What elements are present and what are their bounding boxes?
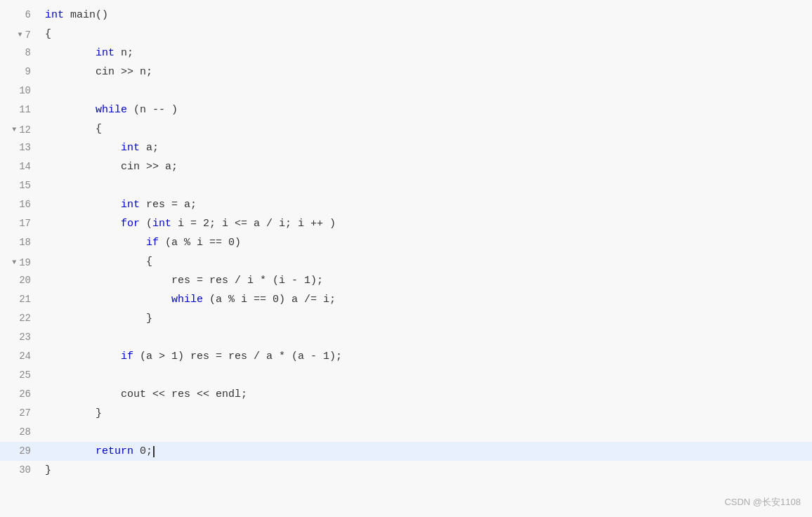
code-content: { bbox=[42, 119, 812, 138]
code-line: 8 int n; bbox=[0, 44, 812, 63]
line-number: 16 bbox=[0, 199, 42, 210]
code-content: if (a > 1) res = res / a * (a - 1); bbox=[42, 347, 812, 366]
plain-token bbox=[45, 218, 121, 230]
code-line: 11 while (n -- ) bbox=[0, 100, 812, 119]
plain-token: (a % i == 0) bbox=[159, 237, 241, 249]
code-content bbox=[42, 81, 812, 100]
keyword-token: int bbox=[96, 47, 114, 59]
code-line: 13 int a; bbox=[0, 138, 812, 157]
plain-token: { bbox=[45, 123, 102, 135]
keyword-token: int bbox=[45, 9, 64, 21]
line-number: 9 bbox=[0, 66, 42, 77]
plain-token: { bbox=[45, 28, 51, 40]
line-number: 30 bbox=[0, 464, 42, 476]
code-line: ▼12 { bbox=[0, 119, 812, 138]
keyword-token: int bbox=[121, 142, 140, 154]
plain-token: cout << res << endl; bbox=[45, 388, 247, 400]
fold-arrow-icon[interactable]: ▼ bbox=[18, 31, 22, 39]
line-number: 29 bbox=[0, 445, 42, 457]
line-number: ▼12 bbox=[0, 124, 42, 136]
code-content bbox=[42, 366, 812, 385]
plain-token bbox=[45, 294, 171, 306]
line-number: 18 bbox=[0, 237, 42, 248]
plain-token bbox=[45, 237, 146, 249]
code-line: 16 int res = a; bbox=[0, 195, 812, 214]
code-line: 26 cout << res << endl; bbox=[0, 385, 812, 404]
code-content bbox=[42, 423, 812, 442]
code-content: for (int i = 2; i <= a / i; i ++ ) bbox=[42, 214, 812, 233]
line-number: 28 bbox=[0, 426, 42, 438]
line-number: 25 bbox=[0, 369, 42, 381]
plain-token bbox=[45, 199, 121, 211]
code-line: ▼19 { bbox=[0, 252, 812, 271]
code-content: int main() bbox=[42, 6, 812, 25]
plain-token: a; bbox=[140, 142, 159, 154]
line-number: ▼19 bbox=[0, 257, 42, 268]
plain-token: cin >> a; bbox=[45, 161, 178, 173]
code-line: 15 bbox=[0, 176, 812, 195]
keyword-token: return bbox=[96, 445, 133, 457]
plain-token: ( bbox=[140, 218, 152, 230]
code-content: if (a % i == 0) bbox=[42, 233, 812, 252]
code-content: cin >> n; bbox=[42, 63, 812, 81]
code-line: 9 cin >> n; bbox=[0, 63, 812, 81]
code-content: int a; bbox=[42, 138, 812, 157]
line-number: 13 bbox=[0, 142, 42, 153]
keyword-token: int bbox=[121, 199, 140, 211]
code-line: 23 bbox=[0, 328, 812, 347]
code-editor: 6int main()▼7{8 int n;9 cin >> n;10 11 w… bbox=[0, 0, 812, 517]
code-line: 28 bbox=[0, 423, 812, 442]
keyword-token: while bbox=[96, 104, 127, 116]
line-number: 8 bbox=[0, 47, 42, 58]
code-line: 14 cin >> a; bbox=[0, 157, 812, 176]
line-number: 20 bbox=[0, 275, 42, 286]
code-content: res = res / i * (i - 1); bbox=[42, 271, 812, 290]
plain-token: res = a; bbox=[140, 199, 197, 211]
keyword-token: for bbox=[121, 218, 140, 230]
code-content bbox=[42, 328, 812, 347]
text-cursor bbox=[153, 446, 155, 457]
code-content: while (a % i == 0) a /= i; bbox=[42, 290, 812, 309]
code-content: { bbox=[42, 25, 812, 44]
line-number: 24 bbox=[0, 351, 42, 362]
code-content: } bbox=[42, 404, 812, 423]
plain-token: 0; bbox=[133, 445, 152, 457]
code-content: } bbox=[42, 461, 812, 480]
code-content: int n; bbox=[42, 44, 812, 63]
plain-token bbox=[45, 351, 121, 362]
code-line: 22 } bbox=[0, 309, 812, 328]
plain-token bbox=[45, 47, 96, 59]
code-line: 25 bbox=[0, 366, 812, 385]
plain-token: (n -- ) bbox=[127, 104, 178, 116]
plain-token: cin >> n; bbox=[45, 66, 152, 78]
code-content bbox=[42, 176, 812, 195]
fold-arrow-icon[interactable]: ▼ bbox=[12, 126, 16, 133]
plain-token: n; bbox=[114, 47, 133, 59]
plain-token: { bbox=[45, 256, 152, 268]
plain-token bbox=[45, 142, 121, 154]
line-number: ▼7 bbox=[0, 30, 42, 41]
code-line: 24 if (a > 1) res = res / a * (a - 1); bbox=[0, 347, 812, 366]
line-number: 17 bbox=[0, 218, 42, 229]
code-content: return 0; bbox=[42, 442, 812, 461]
code-line: ▼7{ bbox=[0, 25, 812, 44]
line-number: 26 bbox=[0, 388, 42, 400]
keyword-token: while bbox=[171, 294, 203, 306]
line-number: 6 bbox=[0, 9, 42, 20]
code-line: 29 return 0; bbox=[0, 442, 812, 461]
code-line: 17 for (int i = 2; i <= a / i; i ++ ) bbox=[0, 214, 812, 233]
line-number: 14 bbox=[0, 161, 42, 172]
plain-token: (a % i == 0) a /= i; bbox=[203, 294, 336, 306]
fold-arrow-icon[interactable]: ▼ bbox=[12, 258, 16, 266]
line-number: 27 bbox=[0, 407, 42, 419]
plain-token bbox=[45, 104, 96, 116]
line-number: 22 bbox=[0, 313, 42, 324]
code-line: 20 res = res / i * (i - 1); bbox=[0, 271, 812, 290]
line-number: 21 bbox=[0, 294, 42, 305]
line-number: 10 bbox=[0, 85, 42, 96]
plain-token: res = res / i * (i - 1); bbox=[45, 275, 323, 287]
plain-token: i = 2; i <= a / i; i ++ ) bbox=[171, 218, 336, 230]
code-line: 18 if (a % i == 0) bbox=[0, 233, 812, 252]
code-line: 10 bbox=[0, 81, 812, 100]
plain-token bbox=[45, 445, 96, 457]
